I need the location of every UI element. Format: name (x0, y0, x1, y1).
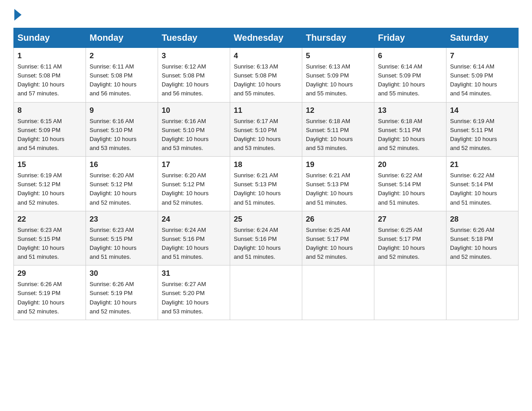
day-number: 14 (450, 106, 515, 115)
calendar-cell: 27 Sunrise: 6:25 AMSunset: 5:17 PMDaylig… (374, 211, 446, 265)
calendar-week-row: 15 Sunrise: 6:19 AMSunset: 5:12 PMDaylig… (14, 157, 519, 211)
calendar-cell: 8 Sunrise: 6:15 AMSunset: 5:09 PMDayligh… (14, 102, 86, 157)
column-header-sunday: Sunday (14, 28, 86, 48)
logo (13, 9, 22, 21)
day-number: 27 (378, 215, 442, 224)
logo-arrow-icon (14, 9, 21, 21)
calendar-cell: 12 Sunrise: 6:18 AMSunset: 5:11 PMDaylig… (302, 102, 374, 157)
day-info: Sunrise: 6:20 AMSunset: 5:12 PMDaylight:… (90, 172, 137, 206)
day-info: Sunrise: 6:27 AMSunset: 5:20 PMDaylight:… (162, 281, 209, 314)
calendar-cell: 17 Sunrise: 6:20 AMSunset: 5:12 PMDaylig… (158, 157, 230, 211)
day-number: 23 (90, 215, 154, 224)
calendar-week-row: 22 Sunrise: 6:23 AMSunset: 5:15 PMDaylig… (14, 211, 519, 265)
calendar-cell: 22 Sunrise: 6:23 AMSunset: 5:15 PMDaylig… (14, 211, 86, 265)
day-number: 17 (162, 160, 226, 169)
calendar-cell: 31 Sunrise: 6:27 AMSunset: 5:20 PMDaylig… (158, 265, 230, 320)
calendar-cell: 3 Sunrise: 6:12 AMSunset: 5:08 PMDayligh… (158, 48, 230, 103)
calendar-cell (302, 265, 374, 320)
calendar-cell (230, 265, 302, 320)
calendar-cell: 20 Sunrise: 6:22 AMSunset: 5:14 PMDaylig… (374, 157, 446, 211)
day-number: 19 (306, 160, 370, 169)
day-info: Sunrise: 6:24 AMSunset: 5:16 PMDaylight:… (234, 227, 281, 260)
day-info: Sunrise: 6:21 AMSunset: 5:13 PMDaylight:… (234, 172, 281, 206)
day-number: 31 (162, 269, 226, 278)
calendar-cell: 4 Sunrise: 6:13 AMSunset: 5:08 PMDayligh… (230, 48, 302, 103)
calendar-week-row: 1 Sunrise: 6:11 AMSunset: 5:08 PMDayligh… (14, 48, 519, 103)
calendar-cell: 1 Sunrise: 6:11 AMSunset: 5:08 PMDayligh… (14, 48, 86, 103)
calendar-cell: 23 Sunrise: 6:23 AMSunset: 5:15 PMDaylig… (86, 211, 158, 265)
column-header-tuesday: Tuesday (158, 28, 230, 48)
day-info: Sunrise: 6:14 AMSunset: 5:09 PMDaylight:… (450, 63, 497, 97)
calendar-cell: 24 Sunrise: 6:24 AMSunset: 5:16 PMDaylig… (158, 211, 230, 265)
day-number: 1 (17, 51, 82, 60)
day-number: 15 (17, 160, 82, 169)
calendar-cell (374, 265, 446, 320)
calendar-cell: 13 Sunrise: 6:18 AMSunset: 5:11 PMDaylig… (374, 102, 446, 157)
day-number: 20 (378, 160, 442, 169)
day-info: Sunrise: 6:17 AMSunset: 5:10 PMDaylight:… (234, 118, 281, 151)
day-info: Sunrise: 6:19 AMSunset: 5:11 PMDaylight:… (450, 118, 497, 151)
day-number: 3 (162, 51, 226, 60)
day-info: Sunrise: 6:26 AMSunset: 5:19 PMDaylight:… (17, 281, 64, 314)
calendar-cell: 18 Sunrise: 6:21 AMSunset: 5:13 PMDaylig… (230, 157, 302, 211)
day-info: Sunrise: 6:16 AMSunset: 5:10 PMDaylight:… (162, 118, 209, 151)
day-number: 28 (450, 215, 515, 224)
day-info: Sunrise: 6:16 AMSunset: 5:10 PMDaylight:… (90, 118, 137, 151)
day-number: 25 (234, 215, 298, 224)
day-number: 30 (90, 269, 154, 278)
calendar-week-row: 8 Sunrise: 6:15 AMSunset: 5:09 PMDayligh… (14, 102, 519, 157)
day-info: Sunrise: 6:13 AMSunset: 5:08 PMDaylight:… (234, 63, 281, 97)
day-info: Sunrise: 6:23 AMSunset: 5:15 PMDaylight:… (90, 227, 137, 260)
day-info: Sunrise: 6:26 AMSunset: 5:19 PMDaylight:… (90, 281, 137, 314)
page-header (13, 9, 519, 21)
column-header-friday: Friday (374, 28, 446, 48)
day-info: Sunrise: 6:23 AMSunset: 5:15 PMDaylight:… (17, 227, 64, 260)
calendar-cell: 2 Sunrise: 6:11 AMSunset: 5:08 PMDayligh… (86, 48, 158, 103)
column-header-saturday: Saturday (446, 28, 519, 48)
calendar-cell: 7 Sunrise: 6:14 AMSunset: 5:09 PMDayligh… (446, 48, 519, 103)
calendar-table: SundayMondayTuesdayWednesdayThursdayFrid… (13, 28, 519, 320)
day-number: 12 (306, 106, 370, 115)
column-header-wednesday: Wednesday (230, 28, 302, 48)
calendar-cell: 26 Sunrise: 6:25 AMSunset: 5:17 PMDaylig… (302, 211, 374, 265)
day-number: 16 (90, 160, 154, 169)
day-number: 29 (17, 269, 82, 278)
day-number: 4 (234, 51, 298, 60)
day-number: 5 (306, 51, 370, 60)
day-info: Sunrise: 6:21 AMSunset: 5:13 PMDaylight:… (306, 172, 353, 206)
day-number: 22 (17, 215, 82, 224)
day-number: 7 (450, 51, 515, 60)
day-info: Sunrise: 6:11 AMSunset: 5:08 PMDaylight:… (90, 63, 137, 97)
calendar-week-row: 29 Sunrise: 6:26 AMSunset: 5:19 PMDaylig… (14, 265, 519, 320)
day-number: 10 (162, 106, 226, 115)
calendar-cell: 19 Sunrise: 6:21 AMSunset: 5:13 PMDaylig… (302, 157, 374, 211)
calendar-cell: 29 Sunrise: 6:26 AMSunset: 5:19 PMDaylig… (14, 265, 86, 320)
calendar-cell: 30 Sunrise: 6:26 AMSunset: 5:19 PMDaylig… (86, 265, 158, 320)
day-info: Sunrise: 6:18 AMSunset: 5:11 PMDaylight:… (378, 118, 425, 151)
calendar-cell: 11 Sunrise: 6:17 AMSunset: 5:10 PMDaylig… (230, 102, 302, 157)
day-info: Sunrise: 6:22 AMSunset: 5:14 PMDaylight:… (378, 172, 425, 206)
calendar-cell: 5 Sunrise: 6:13 AMSunset: 5:09 PMDayligh… (302, 48, 374, 103)
day-number: 6 (378, 51, 442, 60)
calendar-cell: 14 Sunrise: 6:19 AMSunset: 5:11 PMDaylig… (446, 102, 519, 157)
day-number: 21 (450, 160, 515, 169)
day-number: 2 (90, 51, 154, 60)
calendar-cell: 21 Sunrise: 6:22 AMSunset: 5:14 PMDaylig… (446, 157, 519, 211)
calendar-cell: 9 Sunrise: 6:16 AMSunset: 5:10 PMDayligh… (86, 102, 158, 157)
calendar-cell: 28 Sunrise: 6:26 AMSunset: 5:18 PMDaylig… (446, 211, 519, 265)
day-info: Sunrise: 6:19 AMSunset: 5:12 PMDaylight:… (17, 172, 64, 206)
day-number: 18 (234, 160, 298, 169)
day-info: Sunrise: 6:25 AMSunset: 5:17 PMDaylight:… (306, 227, 353, 260)
day-info: Sunrise: 6:24 AMSunset: 5:16 PMDaylight:… (162, 227, 209, 260)
calendar-header-row: SundayMondayTuesdayWednesdayThursdayFrid… (14, 28, 519, 48)
calendar-cell: 25 Sunrise: 6:24 AMSunset: 5:16 PMDaylig… (230, 211, 302, 265)
day-number: 13 (378, 106, 442, 115)
calendar-cell (446, 265, 519, 320)
column-header-monday: Monday (86, 28, 158, 48)
calendar-cell: 6 Sunrise: 6:14 AMSunset: 5:09 PMDayligh… (374, 48, 446, 103)
day-number: 9 (90, 106, 154, 115)
day-info: Sunrise: 6:26 AMSunset: 5:18 PMDaylight:… (450, 227, 497, 260)
calendar-cell: 15 Sunrise: 6:19 AMSunset: 5:12 PMDaylig… (14, 157, 86, 211)
day-info: Sunrise: 6:20 AMSunset: 5:12 PMDaylight:… (162, 172, 209, 206)
day-number: 8 (17, 106, 82, 115)
